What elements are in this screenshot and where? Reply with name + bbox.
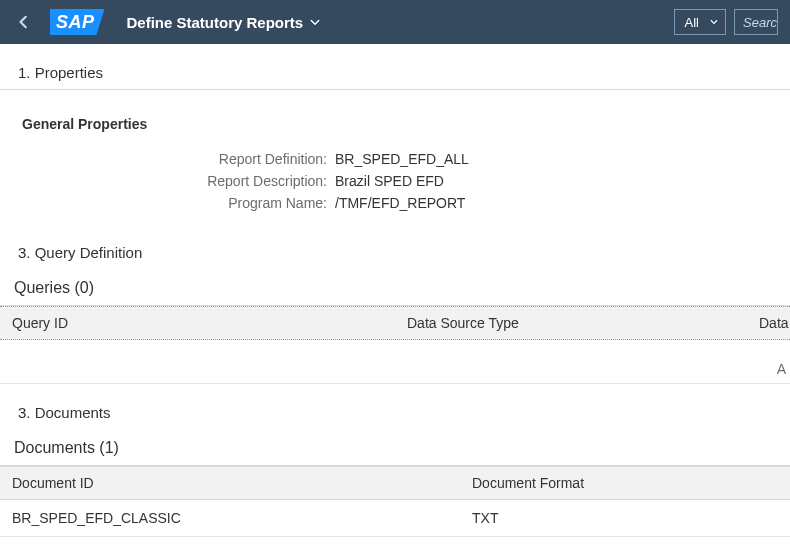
- documents-col-document-id[interactable]: Document ID: [0, 467, 460, 499]
- filter-select[interactable]: All: [674, 9, 726, 35]
- documents-panel-title: Documents (1): [0, 429, 790, 466]
- value-report-definition: BR_SPED_EFD_ALL: [335, 151, 469, 167]
- page-title-dropdown[interactable]: Define Statutory Reports: [127, 14, 674, 31]
- shell-header: SAP Define Statutory Reports All Search: [0, 0, 790, 44]
- label-program-name: Program Name:: [0, 195, 335, 211]
- page-title: Define Statutory Reports: [127, 14, 304, 31]
- field-program-name: Program Name: /TMF/EFD_REPORT: [0, 192, 790, 214]
- queries-col-data-source-type[interactable]: Data Source Type: [395, 307, 747, 339]
- search-input[interactable]: Search: [734, 9, 778, 35]
- section-documents-heading: 3. Documents: [0, 384, 790, 429]
- section-properties-heading: 1. Properties: [0, 44, 790, 90]
- chevron-down-icon: [709, 15, 719, 30]
- chevron-left-icon: [17, 15, 31, 29]
- content: 1. Properties General Properties Report …: [0, 44, 790, 537]
- queries-panel-title: Queries (0): [0, 269, 790, 306]
- back-button[interactable]: [12, 10, 36, 34]
- document-format-cell: TXT: [460, 500, 790, 536]
- value-report-description: Brazil SPED EFD: [335, 173, 444, 189]
- section-query-definition-heading: 3. Query Definition: [0, 224, 790, 269]
- queries-col-query-id[interactable]: Query ID: [0, 307, 395, 339]
- table-row[interactable]: BR_SPED_EFD_CLASSIC TXT: [0, 500, 790, 537]
- label-report-description: Report Description:: [0, 173, 335, 189]
- queries-empty-body: A: [0, 340, 790, 384]
- documents-table-header: Document ID Document Format: [0, 466, 790, 500]
- general-properties-form: Report Definition: BR_SPED_EFD_ALL Repor…: [0, 144, 790, 224]
- header-right: All Search: [674, 9, 778, 35]
- document-id-cell: BR_SPED_EFD_CLASSIC: [0, 500, 460, 536]
- queries-table-header: Query ID Data Source Type Data: [0, 306, 790, 340]
- value-program-name: /TMF/EFD_REPORT: [335, 195, 465, 211]
- sap-logo: SAP: [50, 9, 105, 35]
- general-properties-heading: General Properties: [0, 90, 790, 144]
- filter-selected-label: All: [685, 15, 699, 30]
- queries-trail-char: A: [777, 361, 786, 377]
- queries-col-data[interactable]: Data: [747, 307, 790, 339]
- field-report-definition: Report Definition: BR_SPED_EFD_ALL: [0, 148, 790, 170]
- search-placeholder: Search: [743, 15, 778, 30]
- chevron-down-icon: [309, 16, 321, 28]
- label-report-definition: Report Definition:: [0, 151, 335, 167]
- documents-col-document-format[interactable]: Document Format: [460, 467, 790, 499]
- field-report-description: Report Description: Brazil SPED EFD: [0, 170, 790, 192]
